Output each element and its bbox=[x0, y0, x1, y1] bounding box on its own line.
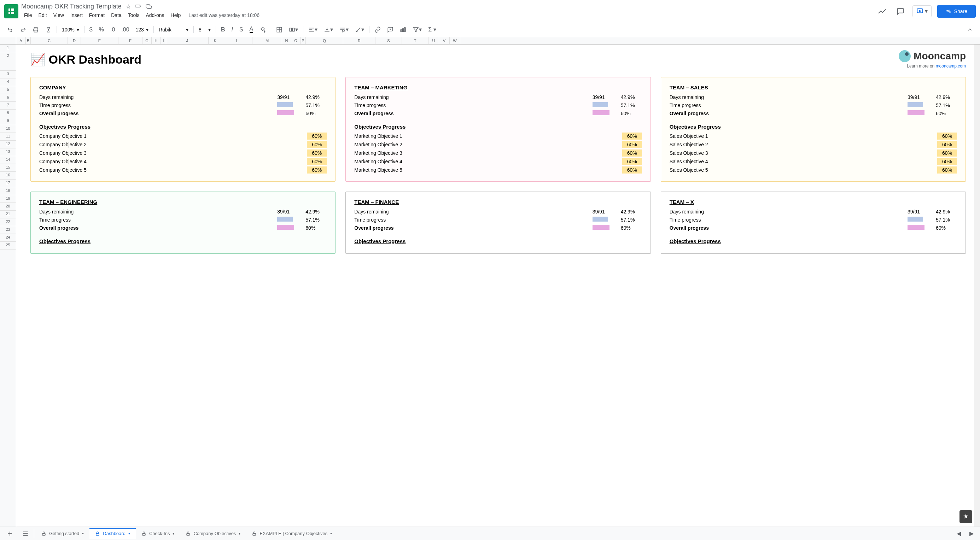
sheet-tab-getting-started[interactable]: Getting started▾ bbox=[36, 528, 89, 539]
percent-button[interactable]: % bbox=[96, 24, 107, 35]
row-header-16[interactable]: 16 bbox=[0, 172, 16, 179]
redo-button[interactable] bbox=[17, 24, 29, 35]
number-format-select[interactable]: 123▾ bbox=[133, 25, 151, 34]
row-header-20[interactable]: 20 bbox=[0, 203, 16, 211]
column-header-O[interactable]: O bbox=[291, 37, 301, 44]
column-header-G[interactable]: G bbox=[143, 37, 152, 44]
row-header-14[interactable]: 14 bbox=[0, 156, 16, 164]
document-title[interactable]: Mooncamp OKR Tracking Template bbox=[21, 3, 122, 10]
row-header-3[interactable]: 3 bbox=[0, 71, 16, 78]
menu-help[interactable]: Help bbox=[168, 11, 184, 19]
italic-button[interactable]: I bbox=[228, 24, 235, 35]
menu-file[interactable]: File bbox=[21, 11, 35, 19]
column-header-U[interactable]: U bbox=[428, 37, 439, 44]
column-header-K[interactable]: K bbox=[208, 37, 222, 44]
row-header-10[interactable]: 10 bbox=[0, 125, 16, 133]
column-header-J[interactable]: J bbox=[166, 37, 208, 44]
row-header-2[interactable]: 2 bbox=[0, 52, 16, 71]
sheet-tab-dashboard[interactable]: Dashboard▾ bbox=[89, 528, 136, 539]
row-header-13[interactable]: 13 bbox=[0, 148, 16, 156]
activity-icon[interactable] bbox=[876, 5, 888, 17]
merge-button[interactable]: ▾ bbox=[286, 24, 301, 35]
column-header-A[interactable]: A bbox=[16, 37, 26, 44]
row-header-5[interactable]: 5 bbox=[0, 86, 16, 94]
column-header-P[interactable]: P bbox=[301, 37, 306, 44]
valign-button[interactable]: ▾ bbox=[321, 24, 336, 35]
present-button[interactable]: ▾ bbox=[913, 5, 932, 17]
column-header-R[interactable]: R bbox=[343, 37, 375, 44]
column-header-B[interactable]: B bbox=[26, 37, 31, 44]
row-header-6[interactable]: 6 bbox=[0, 94, 16, 102]
column-header-D[interactable]: D bbox=[68, 37, 81, 44]
row-header-15[interactable]: 15 bbox=[0, 164, 16, 172]
menu-view[interactable]: View bbox=[51, 11, 67, 19]
row-header-4[interactable]: 4 bbox=[0, 78, 16, 86]
row-header-8[interactable]: 8 bbox=[0, 110, 16, 118]
sheet-content[interactable]: 📈 OKR Dashboard Mooncamp Learn more on m… bbox=[16, 44, 980, 527]
last-edit-text[interactable]: Last edit was yesterday at 18:06 bbox=[188, 13, 259, 18]
font-select[interactable]: Rubik ▾ bbox=[156, 25, 191, 34]
column-header-F[interactable]: F bbox=[118, 37, 143, 44]
currency-button[interactable]: $ bbox=[87, 24, 95, 35]
column-header-M[interactable]: M bbox=[253, 37, 282, 44]
column-header-W[interactable]: W bbox=[450, 37, 460, 44]
comments-icon[interactable] bbox=[894, 5, 907, 17]
column-header-T[interactable]: T bbox=[402, 37, 428, 44]
mooncamp-link[interactable]: mooncamp.com bbox=[936, 64, 966, 68]
menu-addons[interactable]: Add-ons bbox=[143, 11, 167, 19]
wrap-button[interactable]: ▾ bbox=[337, 24, 352, 35]
star-icon[interactable]: ☆ bbox=[126, 3, 131, 10]
menu-edit[interactable]: Edit bbox=[36, 11, 50, 19]
sheets-logo[interactable] bbox=[4, 4, 18, 18]
bold-button[interactable]: B bbox=[218, 24, 228, 35]
share-button[interactable]: Share bbox=[937, 5, 976, 17]
column-header-Q[interactable]: Q bbox=[306, 37, 343, 44]
undo-button[interactable] bbox=[4, 24, 16, 35]
row-header-9[interactable]: 9 bbox=[0, 118, 16, 125]
functions-button[interactable]: Σ ▾ bbox=[425, 24, 439, 35]
move-icon[interactable] bbox=[135, 3, 142, 10]
fill-color-button[interactable] bbox=[257, 24, 269, 35]
font-size-select[interactable]: 8 ▾ bbox=[196, 25, 213, 34]
collapse-toolbar-button[interactable] bbox=[964, 24, 976, 35]
row-header-21[interactable]: 21 bbox=[0, 211, 16, 218]
row-header-1[interactable]: 1 bbox=[0, 44, 16, 52]
tab-scroll-left[interactable]: ◀ bbox=[953, 528, 964, 539]
tab-scroll-right[interactable]: ▶ bbox=[966, 528, 977, 539]
vertical-scrollbar[interactable] bbox=[974, 44, 980, 527]
sheet-tab-company-objectives[interactable]: Company Objectives▾ bbox=[180, 528, 246, 539]
menu-format[interactable]: Format bbox=[86, 11, 108, 19]
text-color-button[interactable]: A bbox=[247, 24, 256, 35]
column-header-I[interactable]: I bbox=[161, 37, 166, 44]
paint-format-button[interactable] bbox=[43, 24, 54, 35]
menu-data[interactable]: Data bbox=[108, 11, 124, 19]
all-sheets-button[interactable] bbox=[18, 528, 32, 539]
row-header-7[interactable]: 7 bbox=[0, 102, 16, 110]
select-all-corner[interactable] bbox=[0, 37, 16, 44]
borders-button[interactable] bbox=[273, 24, 285, 35]
row-header-18[interactable]: 18 bbox=[0, 187, 16, 195]
zoom-select[interactable]: 100% ▾ bbox=[59, 25, 82, 34]
increase-decimal-button[interactable]: .00 bbox=[118, 24, 132, 35]
column-header-N[interactable]: N bbox=[282, 37, 291, 44]
row-header-12[interactable]: 12 bbox=[0, 141, 16, 148]
row-header-17[interactable]: 17 bbox=[0, 179, 16, 187]
add-sheet-button[interactable] bbox=[3, 528, 17, 539]
column-header-H[interactable]: H bbox=[152, 37, 161, 44]
row-header-23[interactable]: 23 bbox=[0, 226, 16, 234]
sheet-tab-check-ins[interactable]: Check-Ins▾ bbox=[136, 528, 180, 539]
cloud-icon[interactable] bbox=[146, 3, 152, 10]
column-header-S[interactable]: S bbox=[375, 37, 402, 44]
row-header-11[interactable]: 11 bbox=[0, 133, 16, 141]
column-header-L[interactable]: L bbox=[222, 37, 253, 44]
sheet-tab-example-company-objectives[interactable]: EXAMPLE | Company Objectives▾ bbox=[246, 528, 337, 539]
column-header-E[interactable]: E bbox=[81, 37, 118, 44]
menu-tools[interactable]: Tools bbox=[125, 11, 143, 19]
row-header-24[interactable]: 24 bbox=[0, 234, 16, 242]
row-header-22[interactable]: 22 bbox=[0, 218, 16, 226]
halign-button[interactable]: ▾ bbox=[305, 24, 320, 35]
filter-button[interactable]: ▾ bbox=[410, 24, 425, 35]
print-button[interactable] bbox=[30, 24, 42, 35]
menu-insert[interactable]: Insert bbox=[67, 11, 86, 19]
strikethrough-button[interactable]: S bbox=[237, 24, 246, 35]
